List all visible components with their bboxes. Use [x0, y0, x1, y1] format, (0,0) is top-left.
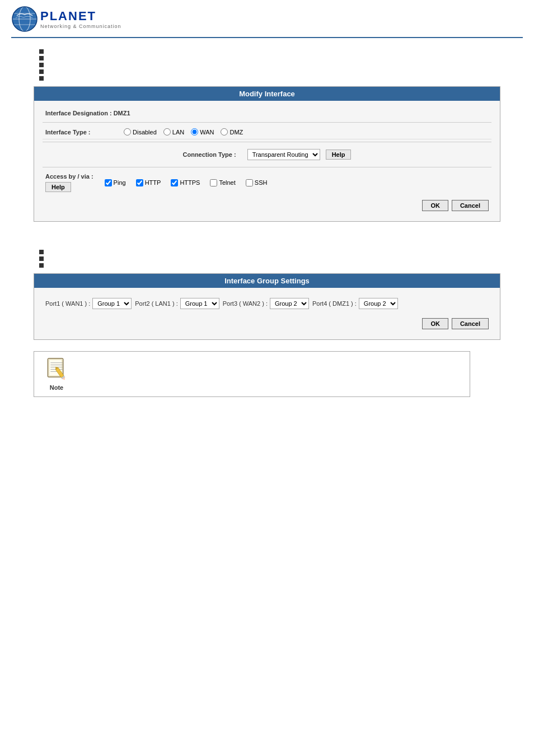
bullet-square: [39, 49, 44, 54]
checkbox-ssh-label: SSH: [255, 179, 268, 186]
checkbox-ping-input[interactable]: [105, 179, 112, 186]
bullet-list-2: [39, 250, 500, 268]
radio-wan-input[interactable]: [191, 128, 198, 136]
checkbox-telnet-label: Telnet: [219, 179, 235, 186]
port2-select[interactable]: Group 1 Group 2: [180, 298, 219, 309]
radio-dmz-label: DMZ: [229, 129, 243, 136]
interface-group-ok-button[interactable]: OK: [422, 318, 448, 329]
interface-group-body: Port1 ( WAN1 ) : Group 1 Group 2 Port2 (…: [34, 288, 500, 339]
access-label-block: Access by / via : Help: [45, 173, 93, 192]
port4-select[interactable]: Group 1 Group 2: [359, 298, 398, 309]
logo-planet-text: PLANET: [40, 9, 121, 24]
logo: PLANET Networking & Communication: [11, 6, 121, 32]
port4-item: Port4 ( DMZ1 ) : Group 1 Group 2: [312, 298, 398, 309]
bullet-square: [39, 69, 44, 74]
modify-interface-body: Interface Designation : DMZ1 Interface T…: [34, 101, 500, 221]
radio-wan[interactable]: WAN: [191, 128, 214, 136]
radio-lan[interactable]: LAN: [163, 128, 184, 136]
bullet-item: [39, 63, 500, 67]
radio-lan-input[interactable]: [163, 128, 171, 136]
checkbox-ssh-input[interactable]: [246, 179, 253, 186]
checkbox-telnet[interactable]: Telnet: [210, 179, 235, 186]
checkbox-ping[interactable]: Ping: [105, 179, 126, 186]
bullet-item-2c: [39, 263, 500, 268]
bullet-item-2b: [39, 256, 500, 261]
radio-disabled-label: Disabled: [133, 129, 157, 136]
modify-interface-button-row: OK Cancel: [43, 195, 491, 216]
access-checkbox-group: Ping HTTP HTTPS Telnet SSH: [105, 179, 268, 186]
radio-wan-label: WAN: [200, 129, 214, 136]
bullet-list-1: [39, 49, 500, 81]
header: PLANET Networking & Communication: [0, 0, 534, 32]
note-box: Note: [34, 351, 470, 397]
main-content: Modify Interface Interface Designation :…: [0, 38, 534, 408]
checkbox-https-label: HTTPS: [180, 179, 200, 186]
bullet-item-2a: [39, 250, 500, 254]
note-label: Note: [50, 384, 63, 391]
bullet-item: [39, 69, 500, 74]
connection-help-button[interactable]: Help: [326, 150, 352, 160]
port1-select[interactable]: Group 1 Group 2: [92, 298, 132, 309]
interface-group-panel: Interface Group Settings Port1 ( WAN1 ) …: [34, 273, 500, 340]
modify-interface-ok-button[interactable]: OK: [422, 200, 448, 211]
checkbox-https[interactable]: HTTPS: [171, 179, 200, 186]
bullet-item: [39, 49, 500, 54]
checkbox-ssh[interactable]: SSH: [246, 179, 268, 186]
access-row: Access by / via : Help Ping HTTP HTTPS T…: [43, 170, 491, 195]
radio-disabled[interactable]: Disabled: [124, 128, 157, 136]
port2-item: Port2 ( LAN1 ) : Group 1 Group 2: [135, 298, 219, 309]
spacer-1: [34, 233, 500, 250]
note-icon-container: Note: [40, 357, 73, 391]
interface-type-row: Interface Type : Disabled LAN WAN DMZ: [43, 125, 491, 139]
checkbox-http-label: HTTP: [145, 179, 161, 186]
port4-label: Port4 ( DMZ1 ) :: [312, 300, 357, 307]
radio-disabled-input[interactable]: [124, 128, 131, 136]
logo-tagline-text: Networking & Communication: [40, 24, 121, 29]
note-paper-icon: [44, 357, 69, 382]
radio-lan-label: LAN: [172, 129, 184, 136]
bullet-square: [39, 56, 44, 60]
panel-divider-2: [43, 142, 491, 142]
connection-type-row: Connection Type : Transparent Routing NA…: [43, 144, 491, 165]
interface-type-radio-group: Disabled LAN WAN DMZ: [124, 128, 243, 136]
checkbox-https-input[interactable]: [171, 179, 178, 186]
port3-item: Port3 ( WAN2 ) : Group 1 Group 2: [223, 298, 309, 309]
panel-divider-3: [43, 167, 491, 167]
bullet-square: [39, 256, 44, 261]
port3-select[interactable]: Group 1 Group 2: [270, 298, 309, 309]
checkbox-http-input[interactable]: [136, 179, 143, 186]
bullet-item: [39, 56, 500, 60]
ports-row: Port1 ( WAN1 ) : Group 1 Group 2 Port2 (…: [43, 293, 491, 314]
checkbox-ping-label: Ping: [114, 179, 126, 186]
interface-group-button-row: OK Cancel: [43, 314, 491, 334]
modify-interface-cancel-button[interactable]: Cancel: [452, 200, 489, 211]
bullet-square: [39, 263, 44, 268]
port1-item: Port1 ( WAN1 ) : Group 1 Group 2: [45, 298, 132, 309]
access-label: Access by / via :: [45, 173, 93, 180]
checkbox-telnet-input[interactable]: [210, 179, 217, 186]
panel-divider: [43, 122, 491, 123]
modify-interface-panel: Modify Interface Interface Designation :…: [34, 86, 500, 222]
connection-type-label: Connection Type :: [183, 151, 236, 158]
bullet-square: [39, 76, 44, 81]
bullet-square: [39, 250, 44, 254]
port3-label: Port3 ( WAN2 ) :: [223, 300, 268, 307]
bullet-square: [39, 63, 44, 67]
interface-type-label: Interface Type :: [45, 129, 124, 136]
interface-group-cancel-button[interactable]: Cancel: [452, 318, 489, 329]
interface-group-title: Interface Group Settings: [34, 274, 500, 288]
radio-dmz[interactable]: DMZ: [221, 128, 243, 136]
globe-icon: [11, 6, 38, 32]
access-help-button[interactable]: Help: [45, 182, 71, 192]
logo-text: PLANET Networking & Communication: [40, 9, 121, 29]
port2-label: Port2 ( LAN1 ) :: [135, 300, 177, 307]
connection-type-select[interactable]: Transparent Routing NAT Bridge: [247, 149, 320, 160]
bullet-item: [39, 76, 500, 81]
radio-dmz-input[interactable]: [221, 128, 228, 136]
port1-label: Port1 ( WAN1 ) :: [45, 300, 90, 307]
interface-designation: Interface Designation : DMZ1: [43, 106, 491, 120]
modify-interface-title: Modify Interface: [34, 87, 500, 101]
checkbox-http[interactable]: HTTP: [136, 179, 161, 186]
